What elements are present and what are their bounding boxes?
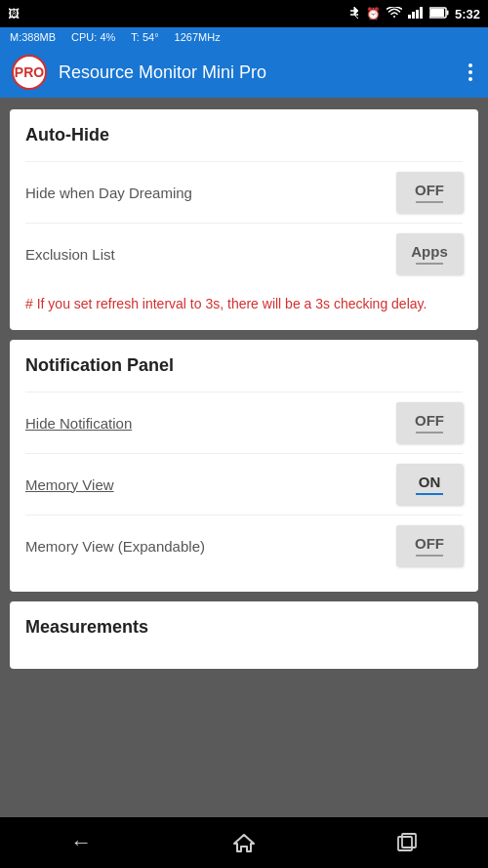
memory-view-toggle[interactable]: ON xyxy=(396,464,463,505)
svg-marker-9 xyxy=(234,835,254,851)
memory-view-expandable-state: OFF xyxy=(415,536,444,551)
wifi-icon xyxy=(386,7,402,21)
hide-notification-row: Hide Notification OFF xyxy=(25,392,463,453)
memory-view-line xyxy=(416,493,443,495)
svg-rect-3 xyxy=(412,12,415,19)
expandable-line xyxy=(416,555,443,557)
main-content: Auto-Hide Hide when Day Dreaming OFF Exc… xyxy=(0,98,488,817)
exclusion-list-btn-label: Apps xyxy=(411,244,448,259)
back-icon: ← xyxy=(70,830,92,855)
exclusion-list-label: Exclusion List xyxy=(25,246,115,263)
freq-info: 1267MHz xyxy=(175,31,221,43)
memory-info: M:388MB xyxy=(10,31,56,43)
hide-day-dreaming-toggle[interactable]: OFF xyxy=(396,172,463,213)
svg-rect-5 xyxy=(420,7,423,19)
signal-icon xyxy=(408,7,424,21)
svg-rect-7 xyxy=(446,10,448,15)
measurements-title: Measurements xyxy=(25,617,463,638)
overflow-menu-button[interactable] xyxy=(465,60,476,85)
memory-view-expandable-toggle[interactable]: OFF xyxy=(396,525,463,566)
memory-view-row: Memory View ON xyxy=(25,453,463,515)
recents-icon xyxy=(397,833,417,852)
hide-day-dreaming-state: OFF xyxy=(415,183,444,197)
dot2 xyxy=(468,70,472,74)
app-icon: PRO xyxy=(12,55,47,90)
alarm-icon: ⏰ xyxy=(366,7,381,21)
home-icon xyxy=(233,833,255,852)
auto-hide-title: Auto-Hide xyxy=(25,125,463,145)
auto-hide-info-text: # If you set refresh interval to 3s, the… xyxy=(25,294,463,314)
battery-icon xyxy=(429,7,449,21)
hide-day-dreaming-label: Hide when Day Dreaming xyxy=(25,185,192,201)
memory-view-expandable-row: Memory View (Expandable) OFF xyxy=(25,515,463,576)
status-bar-left: 🖼 xyxy=(8,7,20,21)
apps-btn-line xyxy=(416,263,443,265)
memory-view-label: Memory View xyxy=(25,476,114,493)
recents-button[interactable] xyxy=(378,823,436,862)
cpu-info: CPU: 4% xyxy=(71,31,115,43)
hide-notification-label: Hide Notification xyxy=(25,415,132,432)
screenshot-icon: 🖼 xyxy=(8,7,20,21)
hide-day-dreaming-row: Hide when Day Dreaming OFF xyxy=(25,161,463,223)
app-bar: PRO Resource Monitor Mini Pro xyxy=(0,47,488,98)
svg-rect-4 xyxy=(416,10,419,19)
app-title: Resource Monitor Mini Pro xyxy=(59,62,453,83)
notification-panel-card: Notification Panel Hide Notification OFF… xyxy=(10,340,478,592)
notification-panel-title: Notification Panel xyxy=(25,355,463,376)
bluetooth-icon: ​ xyxy=(348,6,360,22)
sys-info-bar: M:388MB CPU: 4% T: 54° 1267MHz xyxy=(0,27,488,47)
hide-notification-toggle[interactable]: OFF xyxy=(396,402,463,443)
measurements-card: Measurements xyxy=(10,601,478,669)
bottom-nav: ← xyxy=(0,817,488,868)
exclusion-list-row: Exclusion List Apps xyxy=(25,223,463,284)
svg-rect-10 xyxy=(398,837,412,850)
toggle-line xyxy=(416,201,443,203)
back-button[interactable]: ← xyxy=(52,823,110,862)
dot3 xyxy=(468,77,472,81)
svg-rect-11 xyxy=(402,834,416,847)
app-icon-label: PRO xyxy=(15,64,44,80)
hide-notification-state: OFF xyxy=(415,413,444,428)
home-button[interactable] xyxy=(215,823,273,862)
svg-rect-2 xyxy=(408,15,411,19)
exclusion-list-button[interactable]: Apps xyxy=(396,233,463,274)
status-bar-right: ​ ⏰ 5:32 xyxy=(348,6,480,22)
memory-view-expandable-label: Memory View (Expandable) xyxy=(25,538,205,555)
memory-view-state: ON xyxy=(419,475,441,489)
status-bar: 🖼 ​ ⏰ 5:32 xyxy=(0,0,488,27)
auto-hide-card: Auto-Hide Hide when Day Dreaming OFF Exc… xyxy=(10,109,478,330)
hide-notif-line xyxy=(416,432,443,434)
dot1 xyxy=(468,63,472,67)
svg-rect-8 xyxy=(430,9,444,17)
time-display: 5:32 xyxy=(455,7,480,21)
temp-info: T: 54° xyxy=(131,31,158,43)
